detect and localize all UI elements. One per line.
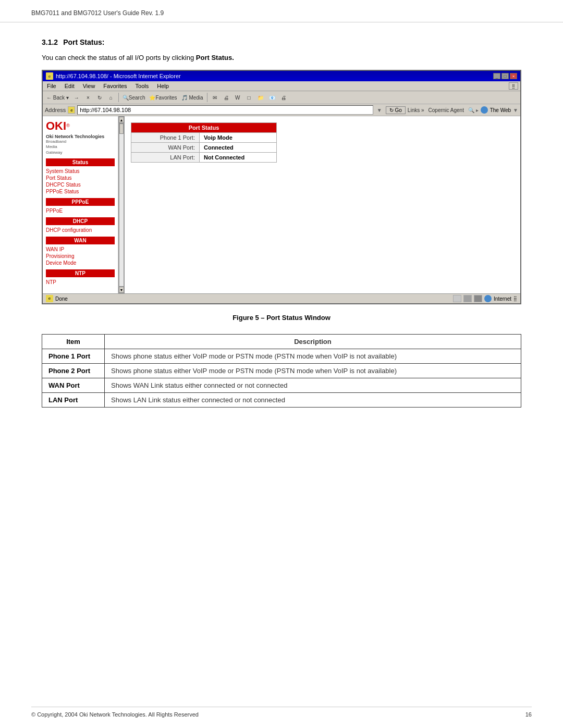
edit-doc-button[interactable]: W: [232, 92, 243, 103]
phone1-desc: Shows phone status either VoIP mode or P…: [105, 349, 521, 364]
menu-favorites[interactable]: Favorites: [101, 82, 129, 90]
browser-title-icon: e: [46, 72, 53, 80]
the-web-icon: [481, 106, 488, 114]
sidebar-link-dhcp-config[interactable]: DHCP configuration: [46, 227, 115, 233]
menu-file[interactable]: File: [45, 82, 58, 90]
browser-title-controls: _ □ ×: [493, 73, 517, 79]
phone1-value: Voip Mode: [199, 133, 276, 143]
search-button[interactable]: 🔍 Search: [121, 92, 147, 103]
port-status-table: Port Status Phone 1 Port: Voip Mode WAN …: [131, 122, 277, 163]
oki-logo: OKI®: [46, 120, 115, 132]
sidebar-area: OKI® Oki Network Technologies Broadband …: [43, 116, 125, 293]
menu-view[interactable]: View: [81, 82, 97, 90]
section-number: 3.1.2: [42, 38, 58, 46]
page-icon: e: [68, 106, 75, 114]
sidebar-scrollbar[interactable]: ▲ ▼: [118, 116, 125, 293]
table-row-phone2-desc: Phone 2 Port Shows phone status either V…: [42, 364, 521, 378]
browser-statusbar: e Done Internet ⣿: [43, 293, 520, 303]
sidebar-link-system-status[interactable]: System Status: [46, 168, 115, 175]
lan-desc: Shows LAN Link status either connected o…: [105, 393, 521, 408]
home-button[interactable]: ⌂: [106, 92, 116, 103]
lan-value: Not Connected: [199, 153, 276, 163]
product-line2: Media: [46, 144, 57, 149]
print-button[interactable]: 🖨: [221, 92, 231, 103]
address-label: Address: [45, 107, 66, 113]
internet-label: Internet: [494, 296, 511, 302]
status-done-text: Done: [55, 296, 68, 302]
page-content: 3.1.2 Port Status: You can check the sta…: [0, 22, 563, 428]
sidebar-link-port-status[interactable]: Port Status: [46, 175, 115, 181]
search-icon: 🔍: [123, 95, 129, 101]
sidebar-link-pppoe-status[interactable]: PPPoE Status: [46, 188, 115, 195]
browser-sidebar: OKI® Oki Network Technologies Broadband …: [43, 116, 118, 293]
section-title: Port Status:: [63, 38, 104, 46]
search-arrow[interactable]: 🔍 ▸: [468, 107, 479, 113]
address-input[interactable]: [77, 105, 373, 115]
section-heading: 3.1.2 Port Status:: [42, 38, 521, 46]
favorites-button[interactable]: ⭐ Favorites: [148, 92, 178, 103]
media-button[interactable]: 🎵 Media: [180, 92, 205, 103]
status-page-icon: e: [46, 295, 53, 302]
email2-button[interactable]: 📧: [267, 92, 277, 103]
address-bar: Address e ▼ ↻ Go Links » Copernic Agent …: [43, 104, 520, 116]
browser-window: e http://67.104.98.108/ - Microsoft Inte…: [42, 70, 521, 304]
scroll-thumb[interactable]: [119, 124, 124, 134]
oki-logo-reg: ®: [66, 123, 70, 128]
wan-item: WAN Port: [42, 378, 105, 393]
scroll-up-button[interactable]: ▲: [119, 117, 124, 123]
sidebar-dhcp-header: DHCP: [46, 217, 115, 225]
close-button[interactable]: ×: [510, 73, 517, 79]
favorites-icon: ⭐: [149, 95, 155, 101]
sidebar-link-provisioning[interactable]: Provisioning: [46, 253, 115, 260]
dropdown-arrow[interactable]: ▼: [375, 107, 384, 113]
sidebar-link-dhcpc-status[interactable]: DHCPC Status: [46, 181, 115, 188]
go-button[interactable]: ↻ Go: [386, 106, 406, 114]
scroll-down-button[interactable]: ▼: [119, 287, 124, 293]
web-dropdown[interactable]: ▼: [513, 107, 518, 113]
sidebar-link-device-mode[interactable]: Device Mode: [46, 260, 115, 266]
col-desc-header: Description: [105, 335, 521, 349]
minimize-button[interactable]: _: [493, 73, 500, 79]
port-status-header: Port Status: [131, 123, 277, 133]
scroll-track: [119, 123, 124, 287]
browser-main-content: Port Status Phone 1 Port: Voip Mode WAN …: [125, 116, 520, 293]
maximize-button[interactable]: □: [501, 73, 509, 79]
table-row-phone1-desc: Phone 1 Port Shows phone status either V…: [42, 349, 521, 364]
col-item-header: Item: [42, 335, 105, 349]
go-label: Go: [395, 107, 402, 113]
oki-subtitle: Oki Network Technologies: [46, 134, 115, 139]
toolbar-grip: ⣿: [509, 82, 518, 90]
mail-button[interactable]: ✉: [210, 92, 220, 103]
sidebar-link-ntp[interactable]: NTP: [46, 279, 115, 286]
word-button[interactable]: □: [244, 92, 254, 103]
menu-edit[interactable]: Edit: [63, 82, 77, 90]
forward-button[interactable]: →: [71, 92, 82, 103]
stop-button[interactable]: ×: [83, 92, 93, 103]
go-icon: ↻: [389, 107, 394, 113]
print2-button[interactable]: 🖨: [278, 92, 289, 103]
folder-button[interactable]: 📁: [255, 92, 266, 103]
table-row-wan: WAN Port: Connected: [131, 143, 277, 153]
browser-toolbar: ← Back ▾ → × ↻ ⌂ 🔍 Search ⭐ Favorites 🎵 …: [43, 91, 520, 104]
sidebar-status-header: Status: [46, 158, 115, 166]
sidebar-link-wan-ip[interactable]: WAN IP: [46, 246, 115, 253]
lan-label: LAN Port:: [131, 153, 200, 163]
lan-item: LAN Port: [42, 393, 105, 408]
back-button[interactable]: ← Back ▾: [45, 92, 70, 103]
search-label: Search: [129, 95, 145, 101]
progress-bar-1: [453, 295, 461, 302]
sidebar-link-pppoe[interactable]: PPPoE: [46, 207, 115, 214]
copernic-label: Copernic Agent: [426, 107, 466, 113]
menu-help[interactable]: Help: [155, 82, 171, 90]
intro-text-before: You can check the status of all I/O port…: [42, 54, 196, 61]
links-label: Links »: [408, 107, 424, 113]
menu-tools[interactable]: Tools: [133, 82, 151, 90]
page-footer: © Copyright, 2004 Oki Network Technologi…: [31, 707, 532, 718]
resize-grip: ⣿: [513, 296, 517, 301]
statusbar-right: Internet ⣿: [453, 295, 517, 302]
refresh-button[interactable]: ↻: [94, 92, 105, 103]
table-row-phone1: Phone 1 Port: Voip Mode: [131, 133, 277, 143]
sidebar-wan-header: WAN: [46, 237, 115, 244]
table-row-wan-desc: WAN Port Shows WAN Link status either co…: [42, 378, 521, 393]
phone1-label: Phone 1 Port:: [131, 133, 200, 143]
